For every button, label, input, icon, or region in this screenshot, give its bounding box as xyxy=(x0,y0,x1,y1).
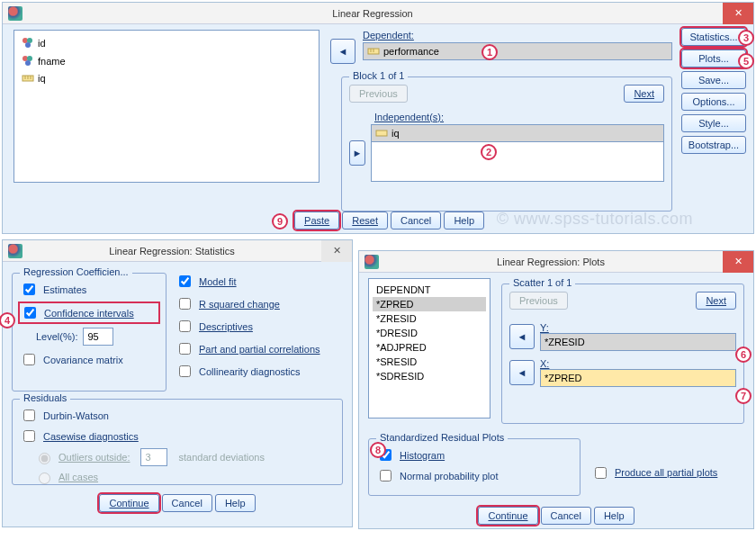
x-field[interactable]: *ZPRED xyxy=(540,369,736,387)
annotation-1: 1 xyxy=(482,44,498,60)
next-button[interactable]: Next xyxy=(696,292,736,310)
stats-title: Linear Regression: Statistics xyxy=(22,246,321,256)
cancel-button[interactable]: Cancel xyxy=(162,494,212,512)
help-button[interactable]: Help xyxy=(444,212,484,230)
bootstrap-button[interactable]: Bootstrap... xyxy=(681,136,746,154)
move-dependent-button[interactable]: ◄ xyxy=(330,39,356,64)
main-window: Linear Regression ✕ id fname iq Dependen… xyxy=(2,2,754,234)
options-button[interactable]: Options... xyxy=(681,93,746,111)
svg-point-2 xyxy=(25,42,31,48)
reg-coef-fieldset: Regression Coefficien... Estimates Confi… xyxy=(12,273,166,392)
independents-label: Independent(s): xyxy=(374,112,444,122)
help-button[interactable]: Help xyxy=(594,507,634,525)
arrow-left-icon: ◄ xyxy=(518,367,527,378)
y-field[interactable]: *ZRESID xyxy=(540,333,736,351)
scale-icon xyxy=(375,127,388,140)
help-button[interactable]: Help xyxy=(215,494,256,512)
reset-button[interactable]: Reset xyxy=(342,212,388,230)
block-legend: Block 1 of 1 xyxy=(349,70,408,81)
list-item[interactable]: DEPENDNT xyxy=(373,283,486,297)
scale-icon xyxy=(367,45,380,58)
x-label: X: xyxy=(540,358,549,369)
produce-partial-checkbox[interactable] xyxy=(595,467,607,479)
scatter-fieldset: Scatter 1 of 1 Previous Next ◄ Y: *ZRESI… xyxy=(501,284,744,424)
move-y-button[interactable]: ◄ xyxy=(509,324,535,349)
next-button[interactable]: Next xyxy=(624,85,664,103)
app-icon xyxy=(8,6,22,21)
app-icon xyxy=(8,244,22,258)
list-item[interactable]: *ADJPRED xyxy=(373,340,486,355)
confint-checkbox[interactable] xyxy=(24,307,36,319)
list-item[interactable]: *SDRESID xyxy=(373,369,486,383)
list-item[interactable]: fname xyxy=(18,52,315,70)
independents-listbox[interactable] xyxy=(371,142,664,182)
independent-selected[interactable]: iq xyxy=(371,124,664,142)
rsq-checkbox[interactable] xyxy=(179,298,191,310)
plot-vars-listbox[interactable]: DEPENDNT *ZPRED *ZRESID *DRESID *ADJPRED… xyxy=(368,278,490,418)
previous-button: Previous xyxy=(349,85,408,103)
variables-listbox[interactable]: id fname iq xyxy=(14,30,320,183)
y-label: Y: xyxy=(540,322,549,333)
continue-button[interactable]: Continue xyxy=(99,494,158,512)
dependent-field[interactable]: performance xyxy=(363,42,672,60)
close-button[interactable]: ✕ xyxy=(723,3,753,24)
list-item[interactable]: *ZPRED xyxy=(373,297,486,311)
app-icon xyxy=(364,255,379,269)
part-checkbox[interactable] xyxy=(179,343,191,355)
statistics-button[interactable]: Statistics... xyxy=(681,28,746,46)
stats-button-row: Continue Cancel Help xyxy=(12,494,343,512)
covariance-checkbox[interactable] xyxy=(23,354,35,365)
durbin-checkbox[interactable] xyxy=(23,410,35,421)
scale-icon xyxy=(22,72,34,85)
list-item[interactable]: *ZRESID xyxy=(373,311,486,326)
casewise-checkbox[interactable] xyxy=(23,430,35,442)
annotation-3: 3 xyxy=(738,30,754,46)
main-title: Linear Regression xyxy=(22,8,723,19)
annotation-9: 9 xyxy=(272,213,288,230)
normplot-checkbox[interactable] xyxy=(380,470,392,482)
arrow-left-icon: ◄ xyxy=(338,46,348,57)
list-item[interactable]: *DRESID xyxy=(373,326,486,340)
nominal-icon xyxy=(22,36,34,50)
annotation-5: 5 xyxy=(738,53,754,69)
move-independent-button[interactable]: ► xyxy=(349,140,365,166)
main-titlebar: Linear Regression ✕ xyxy=(3,3,753,24)
desc-checkbox[interactable] xyxy=(179,320,191,332)
previous-button: Previous xyxy=(509,292,568,310)
continue-button[interactable]: Continue xyxy=(478,507,537,525)
allcases-radio xyxy=(39,472,50,484)
close-button[interactable]: ✕ xyxy=(723,251,753,273)
std-resid-fieldset: Standardized Residual Plots Histogram No… xyxy=(368,438,580,496)
modelfit-checkbox[interactable] xyxy=(179,275,191,287)
style-button[interactable]: Style... xyxy=(681,114,746,132)
move-x-button[interactable]: ◄ xyxy=(509,360,535,385)
plots-button-row: Continue Cancel Help xyxy=(368,507,744,525)
residuals-legend: Residuals xyxy=(20,392,70,403)
scatter-legend: Scatter 1 of 1 xyxy=(509,277,575,288)
plots-title: Linear Regression: Plots xyxy=(379,256,723,267)
plots-titlebar: Linear Regression: Plots ✕ xyxy=(359,251,753,273)
close-button[interactable]: ✕ xyxy=(321,240,352,262)
cancel-button[interactable]: Cancel xyxy=(391,212,441,230)
level-input[interactable] xyxy=(83,328,113,346)
list-item[interactable]: id xyxy=(18,34,315,52)
residuals-fieldset: Residuals Durbin-Watson Casewise diagnos… xyxy=(12,399,343,485)
reg-coef-legend: Regression Coefficien... xyxy=(20,266,132,277)
paste-button[interactable]: Paste xyxy=(294,212,339,230)
std-resid-legend: Standardized Residual Plots xyxy=(376,432,508,443)
svg-rect-13 xyxy=(376,130,387,136)
cancel-button[interactable]: Cancel xyxy=(541,507,591,525)
annotation-6: 6 xyxy=(735,346,752,363)
annotation-7: 7 xyxy=(735,388,752,404)
list-item[interactable]: iq xyxy=(18,70,315,86)
coll-checkbox[interactable] xyxy=(179,365,191,377)
plots-button[interactable]: Plots... xyxy=(681,50,746,68)
annotation-2: 2 xyxy=(481,144,497,160)
save-button[interactable]: Save... xyxy=(681,71,746,89)
estimates-checkbox[interactable] xyxy=(23,284,35,295)
arrow-left-icon: ◄ xyxy=(518,331,527,342)
block-fieldset: Block 1 of 1 Previous Next Independent(s… xyxy=(341,76,672,212)
nominal-icon xyxy=(22,54,34,68)
list-item[interactable]: *SRESID xyxy=(373,355,486,369)
statistics-window: Linear Regression: Statistics ✕ Regressi… xyxy=(2,239,353,527)
